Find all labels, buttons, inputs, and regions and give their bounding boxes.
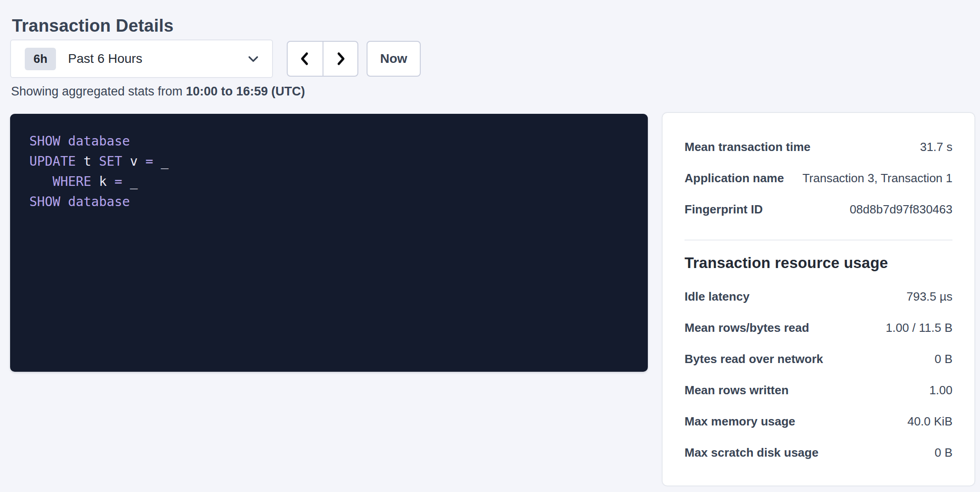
stat-label: Idle latency (685, 290, 750, 304)
sql-line: SHOW database (29, 192, 629, 212)
summary-prefix: Showing aggregated stats from (11, 84, 186, 98)
stat-value: 40.0 KiB (908, 414, 952, 429)
stat-row: Mean transaction time31.7 s (685, 131, 952, 162)
overview-stats: Mean transaction time31.7 sApplication n… (685, 131, 952, 225)
stat-label: Mean transaction time (685, 140, 811, 154)
stat-label: Max memory usage (685, 414, 795, 429)
stat-value: 0 B (935, 352, 952, 366)
stat-row: Bytes read over network0 B (685, 343, 952, 375)
stat-value: Transaction 3, Transaction 1 (802, 171, 952, 185)
stat-label: Mean rows/bytes read (685, 321, 809, 335)
now-button[interactable]: Now (367, 41, 421, 77)
stat-row: Mean rows/bytes read1.00 / 11.5 B (685, 312, 952, 343)
time-range-label: Past 6 Hours (68, 51, 246, 66)
chevron-right-icon (334, 51, 347, 67)
resource-usage-heading: Transaction resource usage (685, 252, 952, 274)
stat-label: Max scratch disk usage (685, 446, 819, 460)
resource-usage-stats: Idle latency793.5 µsMean rows/bytes read… (685, 281, 952, 468)
sql-statement: SHOW databaseUPDATE t SET v = _ WHERE k … (10, 114, 648, 372)
stat-row: Mean rows written1.00 (685, 375, 952, 406)
time-range-badge: 6h (25, 48, 56, 70)
prev-time-window-button[interactable] (288, 42, 323, 76)
stat-row: Fingerprint ID08d8b7d97f830463 (685, 194, 952, 225)
stat-value: 1.00 (929, 383, 952, 397)
aggregated-stats-summary: Showing aggregated stats from 10:00 to 1… (11, 84, 305, 99)
card-divider (685, 240, 952, 240)
stat-value: 31.7 s (920, 140, 952, 154)
stat-row: Max scratch disk usage0 B (685, 437, 952, 468)
next-time-window-button[interactable] (323, 42, 357, 76)
stat-row: Application nameTransaction 3, Transacti… (685, 162, 952, 194)
stat-row: Idle latency793.5 µs (685, 281, 952, 312)
page-title: Transaction Details (12, 16, 173, 36)
stat-label: Bytes read over network (685, 352, 823, 366)
sql-line: WHERE k = _ (29, 172, 629, 192)
transaction-details-card: Mean transaction time31.7 sApplication n… (663, 113, 974, 486)
time-window-nav (287, 41, 358, 77)
stat-value: 0 B (935, 446, 952, 460)
sql-line: SHOW database (29, 131, 629, 151)
stat-value: 793.5 µs (907, 290, 952, 304)
stat-label: Mean rows written (685, 383, 789, 397)
stat-label: Fingerprint ID (685, 202, 763, 217)
stat-value: 08d8b7d97f830463 (850, 202, 952, 217)
chevron-left-icon (298, 51, 312, 67)
chevron-down-icon (246, 52, 260, 66)
sql-line: UPDATE t SET v = _ (29, 151, 629, 172)
stat-label: Application name (685, 171, 784, 185)
stat-row: Max memory usage40.0 KiB (685, 406, 952, 437)
stat-value: 1.00 / 11.5 B (885, 321, 952, 335)
summary-range: 10:00 to 16:59 (UTC) (186, 84, 305, 98)
time-range-select[interactable]: 6h Past 6 Hours (10, 39, 273, 78)
